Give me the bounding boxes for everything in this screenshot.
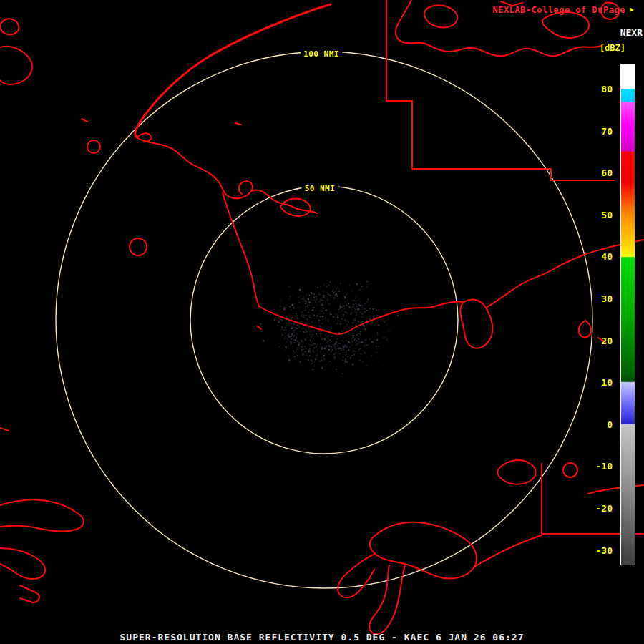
island-circle [563,463,577,477]
island-outline [497,460,535,484]
island-circle [87,140,100,153]
coastline-segment [82,119,87,122]
coastline-segment [135,4,331,137]
colorbar-tick-label: 10 [582,377,613,389]
reflectivity-colorbar [620,64,635,565]
coastline-segment [0,499,84,531]
colorbar-tick-label: -10 [582,461,613,472]
coastline-segment [474,535,542,567]
colorbar-units: [dBZ] [600,43,625,53]
island-outline [542,12,589,38]
brand-text: NEXLAB-College of DuPage [492,5,625,15]
coastline-segment [137,137,227,195]
colorbar-tick-label: -30 [582,545,613,557]
colorbar-tick-label: 50 [582,210,613,221]
colorbar-tick-label: 70 [582,126,613,137]
range-ring-label-100nmi: 100 NMI [301,49,342,59]
island-outline [0,47,32,84]
coastline-segment [0,428,9,431]
coastline-segment [338,554,375,597]
coastline-segment [369,564,405,634]
island-outline [280,198,311,216]
coastline-segment [227,181,253,198]
colorbar-tick-label: 20 [582,336,613,347]
radar-echoes [260,281,399,374]
coastline-segment [223,192,259,306]
island-outline [424,5,458,27]
colorbar-tick-label: 0 [582,419,613,431]
coastline-segment [258,326,261,329]
brand-header: NEXLAB-College of DuPage⚑ [492,5,634,15]
island-circle [130,238,147,255]
radar-display: 100 NMI 50 NMI NEXLAB-College of DuPage⚑… [0,0,644,644]
product-status-text: SUPER-RESOLUTION BASE REFLECTIVITY 0.5 D… [0,632,644,643]
radar-map [0,0,644,644]
colorbar-tick-label: -20 [582,503,613,514]
coastline-segment [0,548,45,579]
boundary-line [386,0,614,180]
nexlab-logo-icon: ⚑ [629,6,634,15]
colorbar-title: NEXR [620,27,643,38]
coastline-segment [235,123,241,125]
colorbar-tick-label: 30 [582,293,613,305]
colorbar-tick-label: 40 [582,251,613,263]
range-ring-50nmi [190,186,458,454]
colorbar-tick-label: 80 [582,84,613,95]
range-ring-label-50nmi: 50 NMI [302,184,338,193]
island-outline [0,19,19,34]
coastline-segment [20,585,39,602]
colorbar-tick-label: 60 [582,167,613,179]
